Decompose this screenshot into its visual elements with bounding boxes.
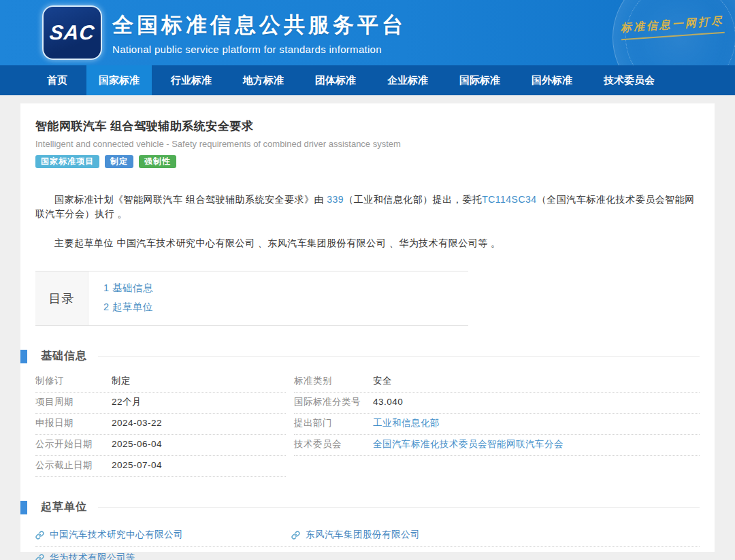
- toc: 目录 1 基础信息 2 起草单位: [35, 271, 468, 326]
- section-rule: [98, 507, 700, 508]
- info-label: 项目周期: [35, 396, 112, 408]
- intro-text-2: （工业和信息化部）提出，委托: [344, 194, 482, 205]
- basic-info-table: 制修订 制定 项目周期 22个月 申报日期 2024-03-22 公示开始日期 …: [35, 372, 700, 477]
- table-row: 提出部门 工业和信息化部: [294, 414, 700, 435]
- info-value: 2025-06-04: [112, 439, 162, 449]
- page-subtitle-en: Intelligent and connected vehicle - Safe…: [35, 139, 700, 149]
- site-subtitle: National public service platform for sta…: [112, 44, 406, 55]
- info-label: 国际标准分类号: [294, 396, 373, 408]
- table-row: 项目周期 22个月: [35, 393, 286, 414]
- info-label: 标准类别: [294, 375, 373, 387]
- info-label: 技术委员会: [294, 438, 373, 450]
- badge-formulate: 制定: [105, 155, 133, 168]
- table-row: 制修订 制定: [35, 372, 286, 393]
- sac-logo-text: SAC: [48, 21, 96, 44]
- info-label: 公示开始日期: [35, 438, 112, 450]
- nav-item-national-standards[interactable]: 国家标准: [86, 65, 152, 95]
- site-header: SAC 全国标准信息公共服务平台 National public service…: [0, 0, 735, 65]
- table-row: 国际标准分类号 43.040: [294, 393, 700, 414]
- section-rule: [98, 356, 700, 357]
- nav-item-industry-standards[interactable]: 行业标准: [159, 65, 224, 95]
- drafting-unit-link-catarc[interactable]: 中国汽车技术研究中心有限公司: [50, 529, 183, 541]
- nav-item-international-standards[interactable]: 国际标准: [447, 65, 512, 95]
- toc-label: 目录: [35, 271, 88, 325]
- toc-links: 1 基础信息 2 起草单位: [88, 271, 153, 325]
- info-value: 2024-03-22: [112, 418, 162, 428]
- info-value: 制定: [112, 375, 131, 387]
- section-accent-bar: [20, 350, 27, 363]
- info-value: 2025-07-04: [112, 460, 162, 470]
- intro-text-1: 国家标准计划《智能网联汽车 组合驾驶辅助系统安全要求》由: [54, 194, 327, 205]
- section-accent-bar: [20, 501, 27, 514]
- toc-link-drafting-units[interactable]: 2 起草单位: [103, 301, 153, 314]
- content-card: 智能网联汽车 组合驾驶辅助系统安全要求 Intelligent and conn…: [20, 103, 715, 552]
- info-label: 提出部门: [294, 417, 373, 429]
- drafting-units-list: 中国汽车技术研究中心有限公司 东风汽车集团股份有限公司 华为技术有限公司等: [35, 524, 700, 560]
- info-label: 申报日期: [35, 417, 112, 429]
- toc-link-basic-info[interactable]: 1 基础信息: [103, 282, 153, 295]
- section-heading-drafting-units: 起草单位: [20, 500, 700, 514]
- sac-logo[interactable]: SAC: [42, 5, 102, 60]
- info-value: 43.040: [373, 397, 403, 407]
- list-item: 中国汽车技术研究中心有限公司: [35, 529, 291, 541]
- table-row: 标准类别 安全: [294, 372, 700, 393]
- drafting-unit-link-huawei[interactable]: 华为技术有限公司等: [50, 552, 135, 560]
- link-icon: [35, 531, 44, 540]
- nav-item-group-standards[interactable]: 团体标准: [303, 65, 368, 95]
- info-label: 公示截止日期: [35, 459, 112, 472]
- site-title: 全国标准信息公共服务平台: [112, 11, 406, 39]
- nav-item-local-standards[interactable]: 地方标准: [231, 65, 296, 95]
- list-row: 华为技术有限公司等: [35, 547, 700, 560]
- info-label: 制修订: [35, 375, 112, 387]
- drafters-paragraph: 主要起草单位 中国汽车技术研究中心有限公司 、东风汽车集团股份有限公司 、华为技…: [35, 236, 700, 250]
- page-title: 智能网联汽车 组合驾驶辅助系统安全要求: [35, 118, 700, 134]
- basic-info-left-column: 制修订 制定 项目周期 22个月 申报日期 2024-03-22 公示开始日期 …: [35, 372, 286, 477]
- link-proposing-department[interactable]: 工业和信息化部: [373, 417, 440, 429]
- brand-block: 全国标准信息公共服务平台 National public service pla…: [112, 11, 406, 55]
- drafting-unit-link-dongfeng[interactable]: 东风汽车集团股份有限公司: [306, 529, 420, 541]
- badge-national-standard-project: 国家标准项目: [35, 155, 99, 168]
- link-icon: [35, 554, 44, 560]
- info-value: 安全: [373, 375, 392, 387]
- section-heading-basic-info: 基础信息: [20, 349, 700, 363]
- nav-item-home[interactable]: 首页: [35, 65, 80, 95]
- section-title-basic-info: 基础信息: [41, 349, 87, 363]
- link-tc114sc34[interactable]: TC114SC34: [482, 194, 537, 205]
- link-icon: [291, 531, 300, 540]
- table-row: 申报日期 2024-03-22: [35, 414, 286, 435]
- nav-item-technical-committees[interactable]: 技术委员会: [591, 65, 667, 95]
- basic-info-right-column: 标准类别 安全 国际标准分类号 43.040 提出部门 工业和信息化部 技术委员…: [294, 372, 700, 477]
- section-title-drafting-units: 起草单位: [41, 500, 87, 514]
- intro-paragraph: 国家标准计划《智能网联汽车 组合驾驶辅助系统安全要求》由 339（工业和信息化部…: [35, 193, 700, 221]
- badge-row: 国家标准项目 制定 强制性: [35, 155, 700, 168]
- badge-mandatory: 强制性: [139, 155, 176, 168]
- list-item: 华为技术有限公司等: [35, 552, 291, 560]
- nav-item-foreign-standards[interactable]: 国外标准: [519, 65, 585, 95]
- table-row: 公示开始日期 2025-06-04: [35, 435, 286, 456]
- info-value: 22个月: [112, 396, 142, 408]
- list-row: 中国汽车技术研究中心有限公司 东风汽车集团股份有限公司: [35, 524, 700, 547]
- main-nav: 首页 国家标准 行业标准 地方标准 团体标准 企业标准 国际标准 国外标准 技术…: [0, 65, 735, 95]
- table-row: 公示截止日期 2025-07-04: [35, 456, 286, 477]
- nav-item-enterprise-standards[interactable]: 企业标准: [375, 65, 440, 95]
- link-department-code-339[interactable]: 339: [327, 194, 344, 205]
- link-technical-committee[interactable]: 全国汽车标准化技术委员会智能网联汽车分会: [373, 438, 564, 450]
- list-item: 东风汽车集团股份有限公司: [291, 529, 547, 541]
- table-row: 技术委员会 全国汽车标准化技术委员会智能网联汽车分会: [294, 435, 700, 456]
